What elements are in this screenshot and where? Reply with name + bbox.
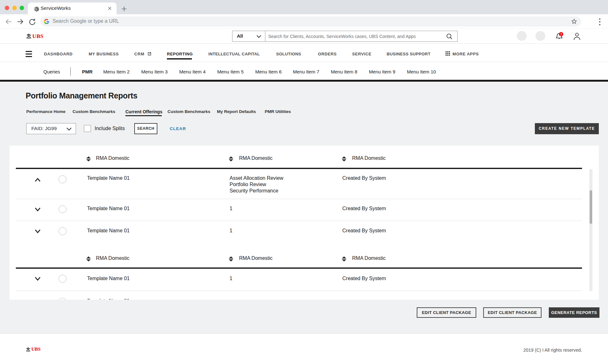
svg-text:2: 2 (560, 32, 562, 36)
